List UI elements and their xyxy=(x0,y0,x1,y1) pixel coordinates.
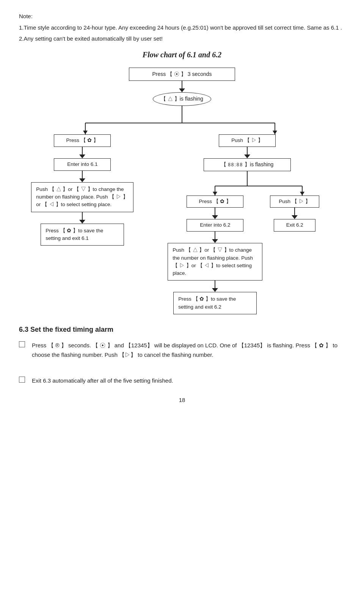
sub-left-press-box: Press 【 ✿ 】 xyxy=(187,195,243,208)
bullet-1: Press 【 ® 】 seconds. 【 ☉ 】 and 【12345】 w… xyxy=(19,340,345,360)
left-push-change-box: Push 【 △ 】or 【 ▽ 】to change the number o… xyxy=(31,182,133,212)
sub-left-enter-box: Enter into 6.2 xyxy=(187,219,243,232)
section-63-title: 6.3 Set the fixed timing alarm xyxy=(19,326,345,334)
flowchart: Press 【 ☉ 】 3 seconds 【 △ 】is flashing xyxy=(19,68,345,314)
bullet-2: Exit 6.3 automatically after all of the … xyxy=(19,376,345,386)
bullet-checkbox-2 xyxy=(19,377,25,383)
sub-left-push-change-box: Push 【 △ 】or 【 ▽ 】to change the number o… xyxy=(168,243,262,281)
sub-left-column: Press 【 ✿ 】 Enter into 6.2 xyxy=(166,195,264,314)
svg-marker-5 xyxy=(273,131,277,134)
sub-left-save-box: Press 【 ✿ 】to save the setting and exit … xyxy=(173,292,257,314)
svg-marker-3 xyxy=(83,131,88,134)
left-save-box: Press 【 ✿ 】to save the setting and exit … xyxy=(41,224,124,246)
right-flash-box: 【 88:88 】is flashing xyxy=(204,158,291,171)
branch-connector-svg xyxy=(27,112,337,134)
sub-right-exit-box: Exit 6.2 xyxy=(274,219,315,232)
right-push-box: Push 【 ▷ 】 xyxy=(219,134,276,147)
left-press-box: Press 【 ✿ 】 xyxy=(54,134,111,147)
svg-marker-11 xyxy=(300,192,304,195)
bullet-text-2: Exit 6.3 automatically after all of the … xyxy=(32,376,345,386)
right-column: Push 【 ▷ 】 【 88:88 】is flashing xyxy=(154,134,337,314)
bullet-checkbox-1 xyxy=(19,341,25,347)
sub-branch-svg xyxy=(166,177,329,195)
sub-right-column: Push 【 ▷ 】 Exit 6.2 xyxy=(268,195,321,232)
page-number: 18 xyxy=(19,397,345,403)
note-title: Note: xyxy=(19,11,345,21)
svg-marker-9 xyxy=(213,192,217,195)
section-63: 6.3 Set the fixed timing alarm Press 【 ®… xyxy=(19,326,345,386)
left-enter-box: Enter into 6.1 xyxy=(54,158,111,171)
note-line-1: 1.Time style according to 24-hour type. … xyxy=(19,23,345,33)
note-line-2: 2.Any setting can't be exited automatica… xyxy=(19,34,345,44)
sub-right-push-box: Push 【 ▷ 】 xyxy=(270,195,319,208)
flow-chart-title: Flow chart of 6.1 and 6.2 xyxy=(19,50,345,59)
note-section: Note: 1.Time style according to 24-hour … xyxy=(19,11,345,44)
left-column: Press 【 ✿ 】 Enter into 6.1 Push 【 △ 】or … xyxy=(27,134,138,246)
top-press-box: Press 【 ☉ 】 3 seconds xyxy=(129,68,235,81)
bullet-text-1: Press 【 ® 】 seconds. 【 ☉ 】 and 【12345】 w… xyxy=(32,340,345,360)
oval-flashing: 【 △ 】is flashing xyxy=(153,92,211,106)
